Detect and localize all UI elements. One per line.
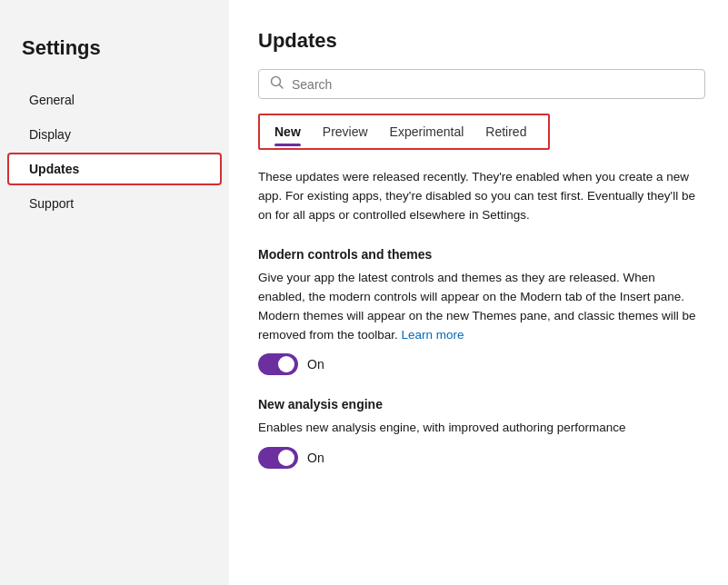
toggle-modern-controls[interactable]	[258, 353, 298, 375]
search-bar[interactable]	[258, 69, 705, 99]
page-title: Updates	[258, 29, 699, 53]
sidebar-item-updates[interactable]: Updates	[7, 153, 222, 185]
feature-title-new-analysis-engine: New analysis engine	[258, 397, 699, 411]
toggle-track	[258, 353, 298, 375]
learn-more-link-modern-controls[interactable]: Learn more	[402, 328, 464, 342]
svg-line-1	[280, 85, 284, 89]
sidebar-item-general[interactable]: General	[7, 84, 222, 116]
toggle-thumb	[278, 356, 294, 372]
tab-preview[interactable]: Preview	[312, 121, 379, 146]
feature-desc-new-analysis-engine: Enables new analysis engine, with improv…	[258, 419, 699, 438]
sidebar-item-label: Support	[29, 196, 74, 211]
tab-experimental[interactable]: Experimental	[379, 121, 475, 146]
section-description: These updates were released recently. Th…	[258, 168, 699, 225]
sidebar-item-label: General	[29, 93, 75, 107]
tab-new[interactable]: New	[264, 121, 312, 146]
toggle-new-analysis-engine[interactable]	[258, 447, 298, 469]
sidebar-item-display[interactable]: Display	[7, 118, 222, 151]
feature-title-modern-controls: Modern controls and themes	[258, 247, 699, 262]
toggle-row-modern-controls: On	[258, 353, 699, 375]
toggle-track	[258, 447, 298, 469]
app-title: Settings	[0, 22, 229, 82]
main-content: Updates New Preview Experimental Retired…	[229, 0, 728, 585]
search-input[interactable]	[292, 77, 693, 92]
toggle-row-new-analysis-engine: On	[258, 447, 699, 469]
tab-retired[interactable]: Retired	[474, 121, 537, 146]
toggle-label-new-analysis-engine: On	[307, 451, 324, 465]
feature-modern-controls: Modern controls and themes Give your app…	[258, 247, 699, 376]
sidebar-item-support[interactable]: Support	[7, 187, 222, 220]
tabs-container: New Preview Experimental Retired	[258, 114, 550, 150]
search-icon	[270, 75, 284, 93]
toggle-label-modern-controls: On	[307, 357, 324, 372]
sidebar: Settings General Display Updates Support	[0, 0, 229, 585]
sidebar-item-label: Display	[29, 127, 71, 142]
feature-new-analysis-engine: New analysis engine Enables new analysis…	[258, 397, 699, 469]
feature-desc-modern-controls: Give your app the latest controls and th…	[258, 269, 699, 345]
toggle-thumb	[278, 450, 294, 466]
sidebar-item-label: Updates	[29, 162, 79, 176]
